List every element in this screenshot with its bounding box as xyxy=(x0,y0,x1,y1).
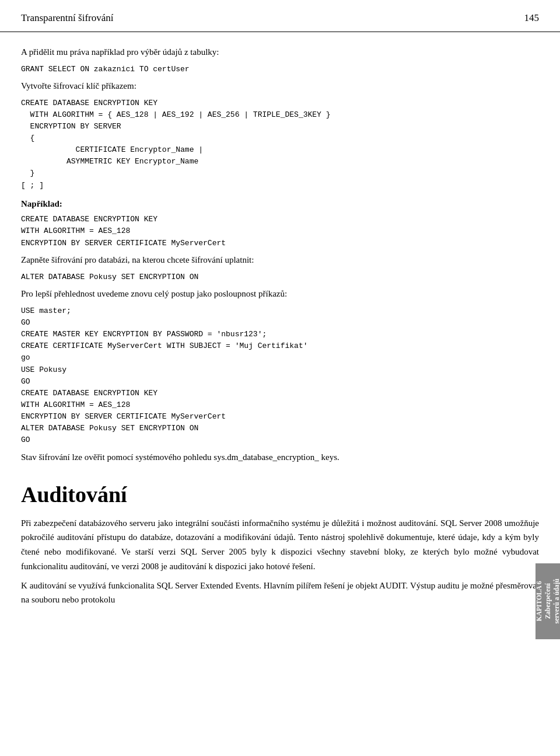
code-block-5: USE master; GO CREATE MASTER KEY ENCRYPT… xyxy=(21,305,539,447)
paragraph-2: K auditování se využívá funkcionalita SQ… xyxy=(21,579,539,608)
zapnte-text: Zapněte šifrování pro databázi, na ktero… xyxy=(21,253,539,267)
side-label-line3: serverů a údajů xyxy=(552,579,559,623)
auditovani-heading: Auditování xyxy=(21,478,539,511)
side-label-line1: KAPITOLA 6 xyxy=(536,581,542,621)
vytvorte-text: Vytvořte šifrovací klíč příkazem: xyxy=(21,79,539,93)
page-header: Transparentní šifrování 145 xyxy=(0,0,560,32)
page: Transparentní šifrování 145 A přidělit m… xyxy=(0,0,560,756)
prolepsi-text: Pro lepší přehlednost uvedeme znovu celý… xyxy=(21,287,539,301)
side-label: KAPITOLA 6 Zabezpečení serverů a údajů xyxy=(535,579,560,623)
side-label-container: KAPITOLA 6 Zabezpečení serverů a údajů xyxy=(536,563,560,639)
code-block-1: GRANT SELECT ON zakaznici TO certUser xyxy=(21,64,539,75)
page-content: A přidělit mu práva například pro výběr … xyxy=(0,45,560,608)
code-block-3: CREATE DATABASE ENCRYPTION KEY WITH ALGO… xyxy=(21,214,539,249)
header-page-number: 145 xyxy=(524,11,540,26)
paragraph-1: Při zabezpečení databázového serveru jak… xyxy=(21,516,539,574)
code-block-2: CREATE DATABASE ENCRYPTION KEY WITH ALGO… xyxy=(21,97,539,191)
stav-text: Stav šifrování lze ověřit pomocí systémo… xyxy=(21,450,539,464)
side-label-line2: Zabezpečení xyxy=(544,583,551,619)
code-block-4: ALTER DATABASE Pokusy SET ENCRYPTION ON xyxy=(21,271,539,283)
intro-text: A přidělit mu práva například pro výběr … xyxy=(21,45,539,59)
priklad-label: Například: xyxy=(21,197,539,211)
header-title: Transparentní šifrování xyxy=(21,11,114,26)
